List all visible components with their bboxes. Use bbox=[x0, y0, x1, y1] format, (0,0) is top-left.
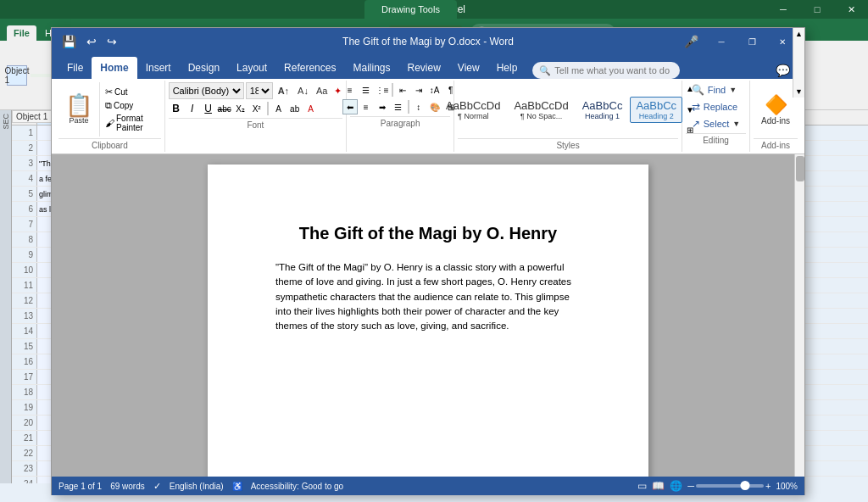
word-ribbon-toggle[interactable]: 🎤 bbox=[676, 30, 706, 53]
word-save-qa[interactable]: 💾 bbox=[58, 33, 80, 50]
font-color-btn[interactable]: A bbox=[303, 101, 319, 116]
editing-group: 🔍 Find ▼ ⇄ Replace ↗ Select ▼ Editing bbox=[682, 81, 750, 152]
zoom-in-btn[interactable]: + bbox=[765, 481, 771, 491]
word-undo-qa[interactable]: ↩ bbox=[83, 33, 100, 50]
font-divider bbox=[267, 102, 269, 115]
document-title: The Gift of the Magi by O. Henry bbox=[275, 224, 581, 243]
style-h2-label: Heading 2 bbox=[639, 112, 674, 120]
bold-btn[interactable]: B bbox=[169, 101, 184, 116]
font-name-select[interactable]: Calibri (Body) bbox=[169, 82, 244, 99]
style-heading1[interactable]: AaBbCc Heading 1 bbox=[576, 97, 629, 123]
word-minimize-btn[interactable]: ─ bbox=[706, 30, 737, 53]
excel-object-label: Object 1 bbox=[12, 110, 52, 123]
text-effects-btn[interactable]: A bbox=[271, 101, 287, 116]
addins-button[interactable]: 🔶 Add-ins bbox=[756, 91, 795, 129]
word-tab-review[interactable]: Review bbox=[398, 57, 448, 79]
word-tab-layout[interactable]: Layout bbox=[228, 57, 275, 79]
select-icon: ↗ bbox=[692, 118, 700, 130]
status-words: 69 words bbox=[110, 482, 145, 491]
find-dropdown[interactable]: ▼ bbox=[729, 86, 737, 94]
word-redo-qa[interactable]: ↪ bbox=[103, 33, 120, 50]
word-tab-insert[interactable]: Insert bbox=[137, 57, 180, 79]
replace-button[interactable]: ⇄ Replace bbox=[688, 99, 741, 114]
numbering-btn[interactable]: ☰ bbox=[359, 82, 374, 98]
style-normal-label: ¶ Normal bbox=[458, 112, 488, 120]
bullets-btn[interactable]: ≡ bbox=[342, 82, 358, 98]
word-tab-file[interactable]: File bbox=[58, 57, 92, 79]
word-tab-home[interactable]: Home bbox=[92, 57, 136, 79]
ribbon-scroll-up[interactable]: ▲ bbox=[793, 28, 804, 40]
word-comments-btn[interactable]: 💬 bbox=[771, 62, 794, 79]
font-shrink-btn[interactable]: A↓ bbox=[294, 84, 312, 98]
word-tab-mailings[interactable]: Mailings bbox=[344, 57, 398, 79]
superscript-btn[interactable]: X² bbox=[249, 101, 264, 116]
format-painter-button[interactable]: 🖌 Format Painter bbox=[103, 113, 158, 133]
style-h2-sample: AaBbCc bbox=[636, 99, 676, 112]
font-grow-btn[interactable]: A↑ bbox=[275, 84, 292, 98]
excel-tab-file[interactable]: File bbox=[7, 25, 36, 41]
cut-button[interactable]: ✂ Cut bbox=[103, 86, 158, 98]
strikethrough-btn[interactable]: abc bbox=[217, 101, 232, 116]
style-nospace-label: ¶ No Spac... bbox=[520, 112, 562, 120]
status-page: Page 1 of 1 bbox=[58, 482, 102, 491]
zoom-level: 100% bbox=[776, 482, 798, 491]
change-case-btn[interactable]: Aa bbox=[314, 85, 330, 97]
clipboard-group: 📋 Paste ✂ Cut ⧉ Copy 🖌 Format Painter bbox=[55, 81, 165, 152]
decrease-indent-btn[interactable]: ⇤ bbox=[395, 82, 410, 98]
scroll-thumb[interactable] bbox=[796, 156, 804, 181]
subscript-btn[interactable]: X₂ bbox=[233, 101, 248, 116]
select-dropdown[interactable]: ▼ bbox=[732, 120, 740, 128]
align-right-btn[interactable]: ➡ bbox=[375, 99, 390, 114]
para-divider1 bbox=[392, 83, 393, 97]
word-restore-btn[interactable]: ❐ bbox=[737, 30, 767, 53]
view-normal-btn[interactable]: ▭ bbox=[637, 480, 647, 492]
word-tab-references[interactable]: References bbox=[275, 57, 344, 79]
paste-button[interactable]: 📋 Paste bbox=[58, 82, 100, 137]
word-tab-view[interactable]: View bbox=[449, 57, 488, 79]
status-accessibility-icon: ♿ bbox=[232, 482, 242, 491]
word-tell-me-input[interactable] bbox=[554, 65, 673, 75]
select-button[interactable]: ↗ Select ▼ bbox=[688, 116, 744, 131]
word-ribbon-tabs: File Home Insert Design Layout Reference… bbox=[52, 55, 804, 79]
para-divider2 bbox=[408, 100, 409, 114]
drawing-tools-label: Drawing Tools bbox=[381, 4, 440, 14]
style-nospace-sample: AaBbCcDd bbox=[514, 99, 568, 112]
replace-icon: ⇄ bbox=[692, 101, 700, 113]
find-button[interactable]: 🔍 Find ▼ bbox=[688, 82, 740, 98]
copy-button[interactable]: ⧉ Copy bbox=[103, 99, 158, 112]
addins-icon: 🔶 bbox=[765, 94, 787, 116]
style-no-spacing[interactable]: AaBbCcDd ¶ No Spac... bbox=[508, 97, 574, 123]
align-center-btn[interactable]: ≡ bbox=[359, 99, 374, 114]
excel-close-btn[interactable]: ✕ bbox=[834, 0, 868, 19]
document-area[interactable]: The Gift of the Magi by O. Henry "The Gi… bbox=[52, 154, 804, 477]
highlight-btn[interactable]: ab bbox=[287, 101, 303, 116]
paragraph-group: ≡ ☰ ⋮≡ ⇤ ⇥ ↕A ¶ ⬅ ≡ ➡ ☰ ↕ 🎨 ⊞ bbox=[347, 81, 454, 152]
font-size-select[interactable]: 18 bbox=[246, 82, 273, 99]
word-status-bar: Page 1 of 1 69 words ✓ English (India) ♿… bbox=[52, 477, 804, 495]
increase-indent-btn[interactable]: ⇥ bbox=[411, 82, 426, 98]
excel-minimize-btn[interactable]: ─ bbox=[766, 0, 800, 19]
view-reader-btn[interactable]: 📖 bbox=[652, 480, 665, 492]
justify-btn[interactable]: ☰ bbox=[391, 99, 406, 114]
multilevel-btn[interactable]: ⋮≡ bbox=[375, 82, 390, 98]
doc-scrollbar[interactable] bbox=[794, 154, 804, 477]
line-spacing-btn[interactable]: ↕ bbox=[411, 99, 426, 114]
underline-btn[interactable]: U bbox=[201, 101, 216, 116]
view-web-btn[interactable]: 🌐 bbox=[670, 480, 682, 492]
styles-label: Styles bbox=[458, 138, 678, 150]
zoom-slider[interactable] bbox=[696, 484, 764, 488]
style-normal[interactable]: AaBbCcDd ¶ Normal bbox=[440, 97, 506, 123]
editing-label: Editing bbox=[686, 133, 746, 145]
font-label: Font bbox=[169, 118, 343, 130]
word-tab-design[interactable]: Design bbox=[180, 57, 228, 79]
excel-maximize-btn[interactable]: □ bbox=[800, 0, 834, 19]
italic-btn[interactable]: I bbox=[185, 101, 200, 116]
zoom-out-btn[interactable]: ─ bbox=[687, 481, 694, 491]
ribbon-scroll-down[interactable]: ▼ bbox=[793, 86, 804, 98]
excel-name-box[interactable]: Object 1 bbox=[7, 65, 27, 86]
word-tab-help[interactable]: Help bbox=[488, 57, 526, 79]
document-body: "The Gift of the Magi" by O. Henry is a … bbox=[275, 260, 581, 333]
document-page[interactable]: The Gift of the Magi by O. Henry "The Gi… bbox=[208, 165, 648, 477]
align-left-btn[interactable]: ⬅ bbox=[342, 99, 358, 114]
style-heading2[interactable]: AaBbCc Heading 2 bbox=[630, 97, 682, 123]
